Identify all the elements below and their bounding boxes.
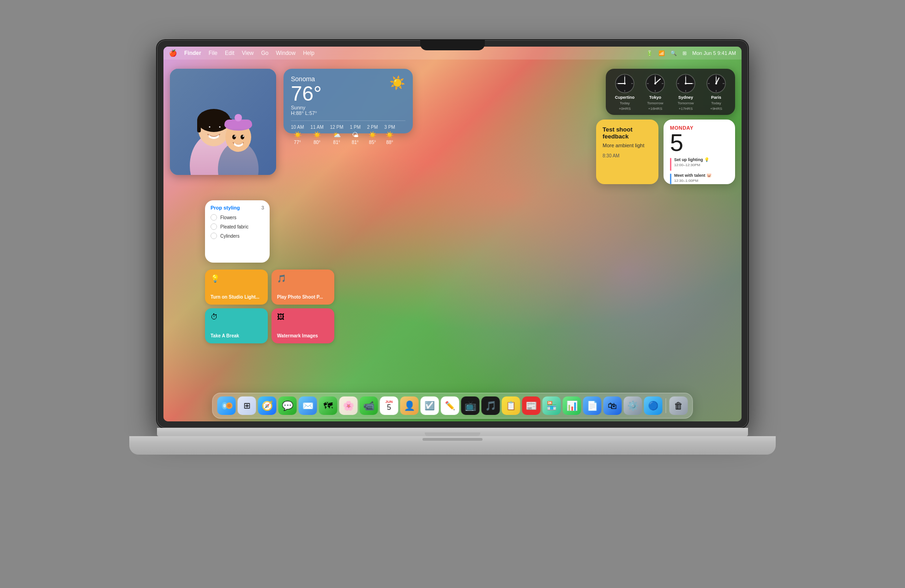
menubar-file[interactable]: File — [209, 50, 217, 56]
dock-app-settings[interactable]: ⚙️ — [624, 396, 642, 415]
dock-app-numbers[interactable]: 📊 — [563, 396, 581, 415]
dock-app-siri[interactable]: 🔵 — [644, 396, 663, 415]
dock: ⊞ 🧭 💬 ✉️ 🗺 🌸 📹 JUN 5 👤 ☑️ ✏️ 📺 🎵 📋 📰 🏪 — [212, 393, 693, 419]
menubar-left: 🍎 Finder File Edit View Go Window Help — [169, 49, 314, 57]
dock-app-news[interactable]: 📰 — [522, 396, 541, 415]
dock-app-trash[interactable]: 🗑 — [670, 396, 688, 415]
wifi-icon: 📶 — [658, 50, 665, 56]
dock-app-contacts[interactable]: 👤 — [400, 396, 419, 415]
menubar-help[interactable]: Help — [303, 50, 314, 56]
menubar-view[interactable]: View — [242, 50, 254, 56]
notch — [420, 40, 485, 50]
control-center-icon[interactable]: ⊞ — [682, 50, 687, 56]
dock-app-messages[interactable]: 💬 — [278, 396, 297, 415]
dock-divider — [666, 398, 666, 413]
macbook-hinge — [157, 428, 748, 436]
desktop-background — [163, 47, 742, 421]
screen-bezel: 🍎 Finder File Edit View Go Window Help 🔋… — [157, 40, 748, 428]
screen: 🍎 Finder File Edit View Go Window Help 🔋… — [163, 47, 742, 421]
dock-app-finder[interactable] — [217, 396, 236, 415]
dock-app-music[interactable]: 🎵 — [482, 396, 500, 415]
dock-app-freeform[interactable]: ✏️ — [441, 396, 459, 415]
svg-point-54 — [223, 404, 226, 408]
dock-app-appstore[interactable]: 🛍 — [603, 396, 622, 415]
menubar-right: 🔋 📶 🔍 ⊞ Mon Jun 5 9:41 AM — [646, 50, 736, 56]
dock-app-miro[interactable]: 📋 — [502, 396, 520, 415]
dock-app-launchpad[interactable]: ⊞ — [238, 396, 256, 415]
apple-menu-icon[interactable]: 🍎 — [169, 49, 177, 57]
menubar-edit[interactable]: Edit — [225, 50, 235, 56]
dock-app-safari[interactable]: 🧭 — [258, 396, 277, 415]
dock-app-reminders[interactable]: ☑️ — [421, 396, 439, 415]
search-icon[interactable]: 🔍 — [670, 50, 677, 56]
dock-app-pages[interactable]: 📄 — [583, 396, 602, 415]
battery-icon: 🔋 — [646, 50, 653, 56]
macbook: 🍎 Finder File Edit View Go Window Help 🔋… — [129, 40, 776, 548]
menubar-app-name[interactable]: Finder — [184, 50, 201, 56]
dock-app-mail[interactable]: ✉️ — [299, 396, 317, 415]
macbook-base — [129, 436, 776, 455]
dock-app-store[interactable]: 🏪 — [543, 396, 561, 415]
menubar-go[interactable]: Go — [261, 50, 269, 56]
dock-app-facetime[interactable]: 📹 — [360, 396, 378, 415]
dock-app-maps[interactable]: 🗺 — [319, 396, 338, 415]
menubar-datetime: Mon Jun 5 9:41 AM — [692, 50, 736, 56]
dock-app-photos[interactable]: 🌸 — [339, 396, 358, 415]
svg-point-56 — [228, 404, 231, 408]
dock-app-appletv[interactable]: 📺 — [461, 396, 480, 415]
menubar-window[interactable]: Window — [276, 50, 296, 56]
dock-app-calendar[interactable]: JUN 5 — [380, 396, 398, 415]
